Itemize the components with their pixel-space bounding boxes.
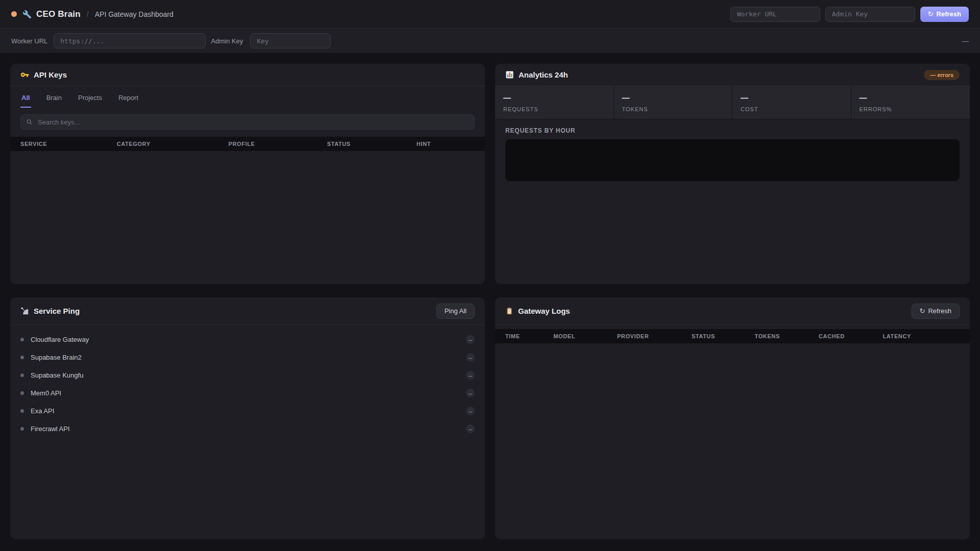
stat-label: COST — [741, 106, 843, 112]
logs-refresh-label: Refresh — [928, 307, 951, 315]
worker-url-input-header[interactable] — [730, 7, 820, 22]
worker-url-label: Worker URL — [11, 37, 47, 45]
column-header: PROFILE — [229, 141, 327, 147]
breadcrumb-separator: / — [87, 10, 89, 18]
column-header: MODEL — [553, 333, 617, 339]
key-icon — [20, 70, 29, 79]
gateway-logs-panel: Gateway Logs ↻ Refresh TIMEMODELPROVIDER… — [495, 297, 970, 539]
service-ping-title: Service Ping — [34, 307, 80, 315]
stat-cell: — ERRORS% — [851, 86, 970, 119]
tab-brain[interactable]: Brain — [45, 94, 63, 108]
page-title: API Gateway Dashboard — [95, 10, 174, 18]
stat-label: ERRORS% — [860, 106, 962, 112]
connection-toolbar: Worker URL Admin Key — — [0, 29, 980, 54]
service-status-dot — [20, 427, 24, 431]
service-ping-row: Supabase Kungfu – — [20, 366, 475, 384]
service-ping-row: Exa API – — [20, 402, 475, 420]
analytics-header: Analytics 24h — errors — [495, 64, 970, 86]
refresh-icon: ↻ — [928, 10, 934, 18]
service-status-dot — [20, 356, 24, 359]
service-name: Cloudflare Gateway — [31, 336, 89, 343]
chart-title: REQUESTS BY HOUR — [505, 127, 960, 134]
service-status-badge: – — [466, 335, 475, 344]
tab-all[interactable]: All — [20, 94, 31, 108]
stat-label: TOKENS — [622, 106, 724, 112]
api-keys-title: API Keys — [34, 70, 67, 79]
column-header: STATUS — [692, 333, 755, 339]
stat-value: — — [622, 93, 724, 102]
api-keys-table-body — [10, 151, 485, 284]
errors-badge: — errors — [924, 70, 960, 80]
api-keys-panel: API Keys AllBrainProjectsReport SERVICEC… — [10, 64, 485, 284]
status-dot — [11, 11, 17, 17]
tab-report[interactable]: Report — [117, 94, 139, 108]
refresh-icon: ↻ — [920, 307, 925, 315]
admin-key-input[interactable] — [250, 33, 331, 48]
service-ping-row: Mem0 API – — [20, 384, 475, 402]
top-header: CEO Brain / API Gateway Dashboard ↻ Refr… — [0, 0, 980, 29]
service-ping-header: Service Ping Ping All — [10, 297, 485, 325]
gateway-logs-title: Gateway Logs — [518, 307, 570, 315]
service-status-dot — [20, 373, 24, 377]
column-header: LATENCY — [883, 333, 960, 339]
refresh-button-label: Refresh — [937, 10, 961, 18]
api-keys-header: API Keys — [10, 64, 485, 86]
column-header: PROVIDER — [617, 333, 692, 339]
service-name: Exa API — [31, 407, 54, 415]
gateway-logs-header: Gateway Logs ↻ Refresh — [495, 297, 970, 325]
service-name: Mem0 API — [31, 389, 61, 397]
service-name: Firecrawl API — [31, 425, 70, 433]
tab-projects[interactable]: Projects — [77, 94, 103, 108]
clipboard-icon — [505, 307, 513, 315]
stat-value: — — [503, 93, 605, 102]
analytics-panel: Analytics 24h — errors — REQUESTS — TOKE… — [495, 64, 970, 284]
admin-key-input-header[interactable] — [825, 7, 915, 22]
search-keys-input[interactable] — [20, 114, 475, 130]
column-header: TIME — [505, 333, 553, 339]
stat-cell: — COST — [732, 86, 851, 119]
service-ping-row: Firecrawl API – — [20, 420, 475, 438]
analytics-stats: — REQUESTS — TOKENS — COST — ERRORS% — [495, 86, 970, 119]
analytics-title: Analytics 24h — [519, 70, 568, 79]
admin-key-label: Admin Key — [211, 37, 243, 45]
stat-label: REQUESTS — [503, 106, 605, 112]
column-header: TOKENS — [755, 333, 819, 339]
column-header: STATUS — [327, 141, 416, 147]
service-ping-row: Cloudflare Gateway – — [20, 331, 475, 348]
service-status-dot — [20, 409, 24, 413]
bar-chart-icon — [505, 70, 514, 79]
logs-refresh-button[interactable]: ↻ Refresh — [912, 304, 960, 319]
service-status-badge: – — [466, 389, 475, 397]
wrench-icon — [22, 10, 32, 19]
search-icon — [26, 119, 33, 126]
requests-by-hour-section: REQUESTS BY HOUR — [495, 119, 970, 189]
column-header: SERVICE — [20, 141, 117, 147]
service-ping-panel: Service Ping Ping All Cloudflare Gateway… — [10, 297, 485, 539]
toolbar-status-text: — — [962, 37, 969, 45]
satellite-icon — [20, 307, 29, 315]
service-name: Supabase Kungfu — [31, 371, 83, 379]
gateway-logs-table-header: TIMEMODELPROVIDERSTATUSTOKENSCACHEDLATEN… — [495, 329, 970, 343]
service-status-badge: – — [466, 407, 475, 415]
ping-all-button[interactable]: Ping All — [436, 304, 475, 319]
refresh-button[interactable]: ↻ Refresh — [920, 7, 969, 22]
search-keys-container — [20, 114, 475, 130]
stat-value: — — [860, 93, 962, 102]
worker-url-input[interactable] — [54, 33, 206, 48]
service-name: Supabase Brain2 — [31, 354, 82, 361]
header-controls: ↻ Refresh — [730, 7, 969, 22]
service-status-dot — [20, 391, 24, 395]
gateway-logs-table-body — [495, 343, 970, 539]
service-status-dot — [20, 338, 24, 341]
main-content: API Keys AllBrainProjectsReport SERVICEC… — [0, 54, 980, 549]
stat-value: — — [741, 93, 843, 102]
requests-by-hour-chart — [505, 139, 960, 181]
ping-all-label: Ping All — [445, 307, 467, 315]
service-status-badge: – — [466, 371, 475, 380]
service-status-badge: – — [466, 353, 475, 362]
api-keys-tabs: AllBrainProjectsReport — [10, 86, 485, 108]
stat-cell: — TOKENS — [614, 86, 733, 119]
api-keys-table-header: SERVICECATEGORYPROFILESTATUSHINT — [10, 137, 485, 151]
service-ping-row: Supabase Brain2 – — [20, 348, 475, 366]
service-status-badge: – — [466, 424, 475, 433]
